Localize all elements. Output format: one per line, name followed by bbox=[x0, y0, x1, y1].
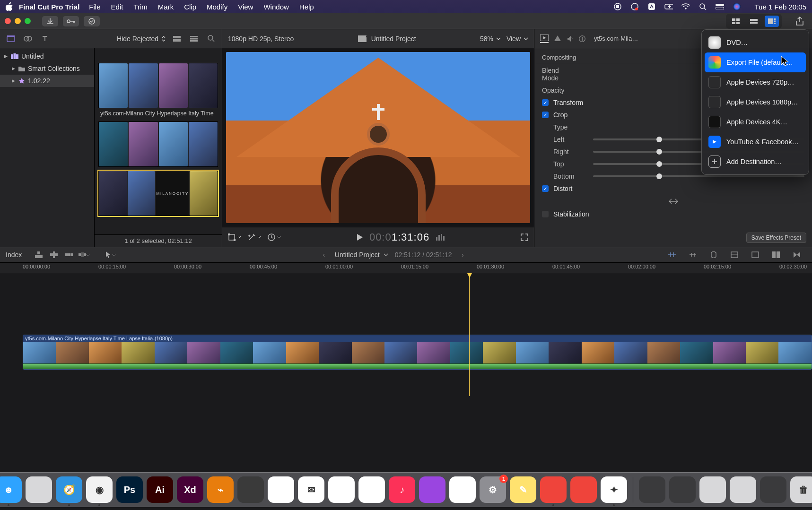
connect-clip-button[interactable] bbox=[33, 249, 44, 260]
maximize-window[interactable] bbox=[25, 18, 31, 24]
skimming-toggle[interactable] bbox=[666, 249, 678, 260]
share-button[interactable] bbox=[792, 15, 807, 27]
prop-crop[interactable]: Crop bbox=[553, 111, 588, 119]
video-inspector-tab[interactable] bbox=[540, 35, 549, 43]
timeline-history-fwd[interactable]: › bbox=[458, 251, 467, 259]
solo-toggle[interactable] bbox=[708, 249, 719, 260]
dock-app-photos[interactable] bbox=[358, 476, 385, 503]
workspace-inspector[interactable] bbox=[765, 16, 779, 27]
workspace-timeline[interactable] bbox=[747, 16, 761, 27]
import-media-button[interactable] bbox=[42, 16, 58, 26]
disclosure-triangle-icon[interactable] bbox=[11, 79, 16, 83]
clip-3[interactable]: MILANOCITY bbox=[98, 171, 218, 216]
menu-trim[interactable]: Trim bbox=[133, 3, 147, 11]
timeline-index-button[interactable]: Index bbox=[6, 251, 22, 259]
dock-app-messenger[interactable] bbox=[268, 476, 294, 503]
dock-app-window1[interactable] bbox=[639, 476, 665, 503]
wifi-icon[interactable] bbox=[681, 2, 690, 11]
save-effects-preset-button[interactable]: Save Effects Preset bbox=[746, 233, 806, 243]
dock-app-music[interactable]: ♪ bbox=[389, 476, 415, 503]
insert-clip-button[interactable] bbox=[48, 249, 60, 260]
checkbox-crop[interactable]: ✓ bbox=[542, 112, 549, 118]
dock-app-illustrator[interactable]: Ai bbox=[147, 476, 173, 503]
menu-view[interactable]: View bbox=[238, 3, 253, 11]
checkbox-distort[interactable]: ✓ bbox=[542, 185, 549, 192]
menu-modify[interactable]: Modify bbox=[207, 3, 227, 11]
prop-stabilization[interactable]: Stabilization bbox=[553, 210, 588, 218]
transitions-browser-toggle[interactable] bbox=[791, 249, 803, 260]
workspace-browser[interactable] bbox=[729, 16, 743, 27]
dock-app-notes[interactable]: ✎ bbox=[510, 476, 536, 503]
control-center-icon[interactable] bbox=[716, 2, 724, 11]
menu-mark[interactable]: Mark bbox=[158, 3, 174, 11]
share-export-file[interactable]: Export File (default)… bbox=[705, 52, 806, 72]
info-inspector-tab[interactable] bbox=[579, 35, 585, 42]
sidebar-smart-collections[interactable]: Smart Collections bbox=[0, 62, 94, 75]
prop-distort[interactable]: Distort bbox=[553, 185, 588, 192]
spotlight-icon[interactable] bbox=[698, 2, 707, 11]
viewer-view-dropdown[interactable]: View bbox=[506, 35, 528, 43]
dock-app-finder[interactable]: ☻ bbox=[0, 476, 22, 503]
share-add-destination[interactable]: Add Destination… bbox=[705, 152, 806, 172]
effects-browser-toggle[interactable] bbox=[770, 249, 782, 260]
dock-app-krita[interactable] bbox=[237, 476, 264, 503]
macos-menubar[interactable]: Final Cut Pro Trial File Edit Trim Mark … bbox=[0, 0, 812, 13]
share-apple-720[interactable]: Apple Devices 720p… bbox=[705, 72, 806, 92]
list-mode-button[interactable] bbox=[188, 33, 200, 45]
clip-appearance-button[interactable] bbox=[750, 249, 761, 260]
disclosure-triangle-icon[interactable] bbox=[4, 54, 8, 59]
retime-tool-dropdown[interactable] bbox=[268, 233, 281, 241]
dock-app-trash[interactable]: 🗑 bbox=[790, 476, 812, 503]
apple-menu-icon[interactable] bbox=[6, 2, 13, 11]
dock-app-window2[interactable] bbox=[669, 476, 696, 503]
fullscreen-button[interactable] bbox=[521, 233, 528, 241]
keyword-button[interactable] bbox=[63, 16, 79, 26]
enhance-tool-dropdown[interactable] bbox=[248, 233, 261, 241]
audio-inspector-tab[interactable] bbox=[567, 35, 573, 42]
sidebar-event[interactable]: 1.02.22 bbox=[0, 75, 94, 87]
select-tool-dropdown[interactable] bbox=[105, 249, 116, 260]
timeline-playhead[interactable] bbox=[469, 273, 470, 396]
slider-crop-bottom[interactable] bbox=[593, 175, 804, 177]
timeline-clip-audio[interactable] bbox=[23, 363, 812, 369]
status-icon-1[interactable] bbox=[630, 2, 639, 11]
media-browser-tab[interactable] bbox=[5, 33, 17, 45]
menubar-clock[interactable]: Tue 1 Feb 20:05 bbox=[754, 3, 806, 11]
filmstrip-mode-button[interactable] bbox=[171, 33, 183, 45]
status-icon-2[interactable] bbox=[647, 2, 656, 11]
timeline-project-dropdown[interactable]: Untitled Project bbox=[335, 251, 388, 259]
dock-app-numbers[interactable] bbox=[449, 476, 476, 503]
sidebar-library[interactable]: Untitled bbox=[0, 50, 94, 62]
screenrec-icon[interactable] bbox=[613, 2, 622, 11]
color-inspector-tab[interactable] bbox=[554, 35, 561, 42]
clip-browser[interactable]: 1 Feb 2022 (1) yt5s.com-Milano City Hype… bbox=[95, 48, 222, 247]
clip-2[interactable] bbox=[98, 121, 218, 167]
background-tasks-button[interactable] bbox=[84, 16, 100, 26]
prop-opacity[interactable]: Opacity bbox=[542, 86, 577, 94]
menu-help[interactable]: Help bbox=[299, 3, 314, 11]
audio-skimming-toggle[interactable] bbox=[687, 249, 698, 260]
menu-file[interactable]: File bbox=[89, 3, 100, 11]
clip-1[interactable]: yt5s.com-Milano City Hyperlapse Italy Ti… bbox=[98, 63, 218, 118]
photos-browser-tab[interactable] bbox=[22, 33, 34, 45]
prop-blend-mode[interactable]: Blend Mode bbox=[542, 67, 577, 82]
share-apple-4k[interactable]: Apple Devices 4K… bbox=[705, 112, 806, 132]
dock-app-blender[interactable]: ⌁ bbox=[207, 476, 234, 503]
dock-app-window4[interactable] bbox=[730, 476, 756, 503]
append-clip-button[interactable] bbox=[63, 249, 75, 260]
prop-crop-type[interactable]: Type bbox=[553, 123, 588, 131]
menu-edit[interactable]: Edit bbox=[111, 3, 123, 11]
share-apple-1080[interactable]: Apple Devices 1080p… bbox=[705, 92, 806, 112]
dock-app-anydesk2[interactable] bbox=[570, 476, 597, 503]
minimize-window[interactable] bbox=[15, 18, 21, 24]
dock-app-photoshop[interactable]: Ps bbox=[116, 476, 143, 503]
timeline-history-back[interactable]: ‹ bbox=[320, 251, 328, 259]
dock-app-xd[interactable]: Xd bbox=[177, 476, 203, 503]
play-button[interactable] bbox=[356, 233, 363, 241]
disclosure-triangle-icon[interactable] bbox=[11, 67, 16, 71]
checkbox-transform[interactable]: ✓ bbox=[542, 99, 549, 106]
dock-app-chrome[interactable]: ◉ bbox=[86, 476, 113, 503]
app-name[interactable]: Final Cut Pro Trial bbox=[19, 3, 79, 11]
overwrite-clip-button[interactable] bbox=[79, 249, 90, 260]
clip-filter-dropdown[interactable]: Hide Rejected bbox=[117, 35, 166, 43]
